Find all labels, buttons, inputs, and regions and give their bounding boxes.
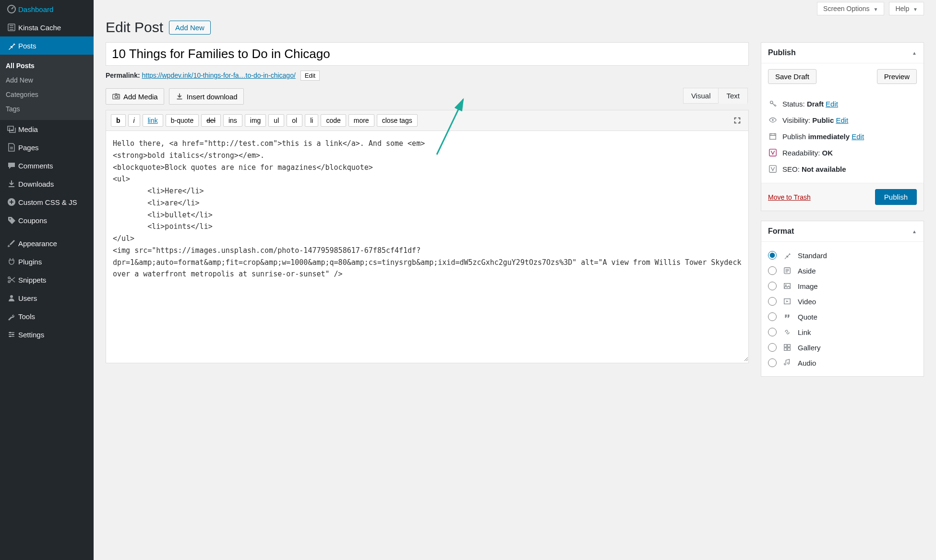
sidebar-item-kinsta[interactable]: Kinsta Cache bbox=[0, 18, 94, 36]
seo-row: SEO: Not available bbox=[768, 161, 917, 177]
qtag-li[interactable]: li bbox=[305, 114, 318, 127]
permalink-label: Permalink: bbox=[106, 71, 140, 79]
sidebar-sub-all-posts[interactable]: All Posts bbox=[0, 59, 94, 73]
wrench-icon bbox=[5, 311, 18, 321]
key-icon bbox=[768, 99, 778, 108]
qtag-link[interactable]: link bbox=[143, 114, 163, 127]
format-metabox-toggle[interactable]: Format ▲ bbox=[761, 221, 924, 242]
sidebar-label: Settings bbox=[18, 331, 44, 339]
download-icon bbox=[5, 179, 18, 189]
plus-icon bbox=[5, 197, 18, 207]
format-option-gallery[interactable]: Gallery bbox=[768, 340, 917, 355]
sidebar-item-comments[interactable]: Comments bbox=[0, 156, 94, 175]
sidebar-item-downloads[interactable]: Downloads bbox=[0, 175, 94, 193]
sidebar-label: Dashboard bbox=[18, 5, 53, 13]
qtag-ol[interactable]: ol bbox=[287, 114, 302, 127]
sidebar-item-settings[interactable]: Settings bbox=[0, 325, 94, 344]
sidebar-item-users[interactable]: Users bbox=[0, 289, 94, 307]
qtag-bquote[interactable]: b-quote bbox=[166, 114, 199, 127]
audio-icon bbox=[782, 358, 792, 367]
fullscreen-icon[interactable] bbox=[731, 114, 744, 127]
qtag-i[interactable]: i bbox=[128, 114, 140, 127]
editor-tab-visual[interactable]: Visual bbox=[683, 88, 719, 104]
sidebar-item-media[interactable]: Media bbox=[0, 120, 94, 138]
publish-metabox-toggle[interactable]: Publish ▲ bbox=[761, 43, 924, 63]
settings-icon bbox=[5, 330, 18, 339]
svg-point-9 bbox=[10, 332, 11, 334]
visibility-edit-link[interactable]: Edit bbox=[836, 116, 848, 124]
svg-rect-21 bbox=[784, 284, 791, 289]
format-radio[interactable] bbox=[768, 358, 777, 367]
format-radio[interactable] bbox=[768, 266, 777, 275]
sidebar-item-posts[interactable]: Posts bbox=[0, 36, 94, 55]
pin-icon bbox=[5, 41, 18, 50]
format-option-video[interactable]: Video bbox=[768, 294, 917, 309]
editor-box: b i link b-quote del ins img ul ol li co… bbox=[106, 110, 749, 363]
format-option-aside[interactable]: Aside bbox=[768, 263, 917, 278]
sidebar-item-dashboard[interactable]: Dashboard bbox=[0, 0, 94, 18]
quote-icon bbox=[782, 312, 792, 321]
qtag-b[interactable]: b bbox=[111, 114, 126, 127]
permalink-edit-button[interactable]: Edit bbox=[300, 71, 320, 81]
screen-meta-links: Screen Options ▼ Help ▼ bbox=[106, 0, 924, 17]
tag-icon bbox=[5, 215, 18, 225]
format-radio[interactable] bbox=[768, 297, 777, 306]
status-edit-link[interactable]: Edit bbox=[826, 100, 838, 108]
eye-icon bbox=[768, 116, 778, 124]
sidebar-item-custom-css[interactable]: Custom CSS & JS bbox=[0, 193, 94, 211]
qtag-more[interactable]: more bbox=[348, 114, 374, 127]
editor-tab-text[interactable]: Text bbox=[718, 88, 748, 104]
save-draft-button[interactable]: Save Draft bbox=[768, 69, 816, 84]
svg-point-5 bbox=[10, 218, 11, 220]
dashboard-icon bbox=[5, 4, 18, 14]
format-radio[interactable] bbox=[768, 328, 777, 336]
video-icon bbox=[782, 297, 792, 306]
screen-options-button[interactable]: Screen Options ▼ bbox=[817, 2, 884, 15]
sidebar-item-coupons[interactable]: Coupons bbox=[0, 211, 94, 229]
sidebar-sub-categories[interactable]: Categories bbox=[0, 87, 94, 102]
permalink-link[interactable]: https://wpdev.ink/10-things-for-fa…to-do… bbox=[142, 71, 295, 79]
sidebar-column: Publish ▲ Save Draft Preview Status: Dra… bbox=[761, 42, 924, 386]
move-to-trash-link[interactable]: Move to Trash bbox=[768, 193, 811, 201]
page-title: Edit Post bbox=[106, 19, 163, 36]
format-option-quote[interactable]: Quote bbox=[768, 309, 917, 324]
svg-rect-24 bbox=[784, 345, 787, 347]
qtag-ins[interactable]: ins bbox=[223, 114, 242, 127]
content-textarea[interactable] bbox=[106, 131, 748, 361]
format-radio[interactable] bbox=[768, 251, 777, 260]
help-button[interactable]: Help ▼ bbox=[889, 2, 924, 15]
format-radio[interactable] bbox=[768, 282, 777, 290]
add-new-button[interactable]: Add New bbox=[169, 21, 211, 35]
sidebar-item-snippets[interactable]: Snippets bbox=[0, 271, 94, 289]
sidebar-sub-tags[interactable]: Tags bbox=[0, 102, 94, 116]
sidebar-label: Users bbox=[18, 294, 37, 302]
svg-point-8 bbox=[10, 295, 13, 298]
format-option-link[interactable]: Link bbox=[768, 324, 917, 340]
sidebar-label: Posts bbox=[18, 42, 36, 50]
calendar-icon bbox=[768, 132, 778, 141]
sidebar-item-appearance[interactable]: Appearance bbox=[0, 234, 94, 252]
qtag-ul[interactable]: ul bbox=[268, 114, 284, 127]
post-title-input[interactable] bbox=[106, 42, 749, 66]
qtag-del[interactable]: del bbox=[201, 114, 221, 127]
format-radio[interactable] bbox=[768, 312, 777, 321]
preview-button[interactable]: Preview bbox=[877, 69, 917, 84]
schedule-edit-link[interactable]: Edit bbox=[852, 132, 864, 141]
kinsta-icon bbox=[5, 23, 18, 32]
sidebar-item-plugins[interactable]: Plugins bbox=[0, 252, 94, 271]
format-option-image[interactable]: Image bbox=[768, 278, 917, 294]
sidebar-sub-add-new[interactable]: Add New bbox=[0, 73, 94, 87]
qtag-close[interactable]: close tags bbox=[377, 114, 418, 127]
format-option-audio[interactable]: Audio bbox=[768, 355, 917, 370]
qtag-code[interactable]: code bbox=[321, 114, 346, 127]
publish-button[interactable]: Publish bbox=[875, 189, 917, 205]
sidebar-label: Coupons bbox=[18, 216, 47, 225]
link-icon bbox=[782, 328, 792, 336]
chevron-down-icon: ▼ bbox=[913, 7, 918, 12]
format-radio[interactable] bbox=[768, 343, 777, 352]
format-option-standard[interactable]: Standard bbox=[768, 248, 917, 263]
svg-point-3 bbox=[12, 130, 13, 131]
qtag-img[interactable]: img bbox=[245, 114, 266, 127]
sidebar-item-tools[interactable]: Tools bbox=[0, 307, 94, 325]
sidebar-item-pages[interactable]: Pages bbox=[0, 138, 94, 156]
